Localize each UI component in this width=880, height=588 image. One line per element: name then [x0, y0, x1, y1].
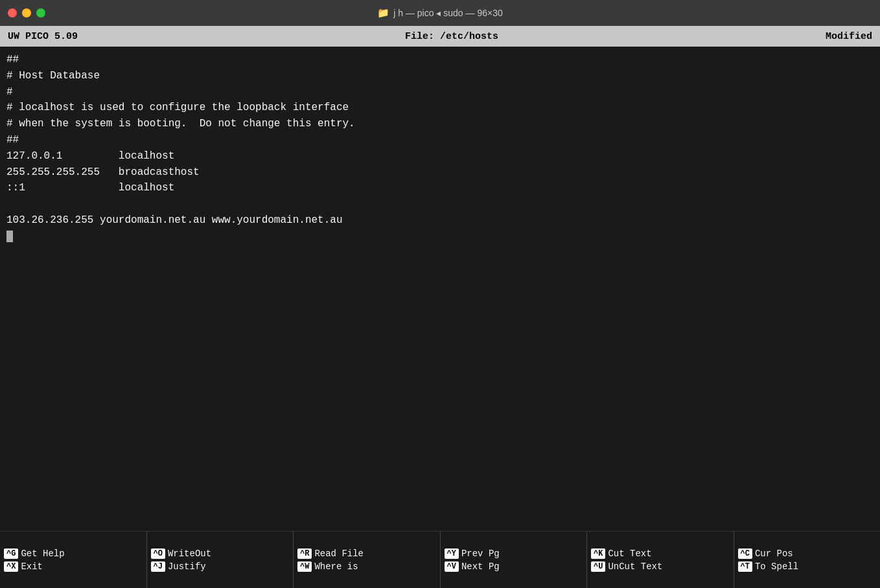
menu-label: Read File: [314, 548, 364, 559]
menu-label: Get Help: [21, 548, 64, 559]
menu-item-3-0[interactable]: ^YPrev Pg: [445, 548, 583, 559]
key-badge: ^Y: [445, 548, 459, 559]
key-badge: ^V: [445, 561, 459, 572]
folder-icon: 📁: [377, 7, 389, 18]
menu-label: WriteOut: [168, 548, 211, 559]
menu-item-0-1[interactable]: ^XExit: [4, 561, 143, 572]
menu-item-4-0[interactable]: ^KCut Text: [591, 548, 730, 559]
key-badge: ^O: [151, 548, 165, 559]
key-badge: ^G: [4, 548, 18, 559]
menu-section-3: ^YPrev Pg^VNext Pg: [440, 532, 587, 588]
menu-section-0: ^GGet Help^XExit: [0, 532, 146, 588]
titlebar-text: 📁j h — pico ◂ sudo — 96×30: [377, 7, 503, 19]
menu-label: Next Pg: [461, 561, 500, 572]
titlebar: 📁j h — pico ◂ sudo — 96×30: [0, 0, 880, 26]
menu-item-1-0[interactable]: ^OWriteOut: [151, 548, 290, 559]
key-badge: ^W: [297, 561, 312, 572]
text-cursor: [6, 231, 13, 242]
key-badge: ^X: [4, 561, 18, 572]
menu-item-5-0[interactable]: ^CCur Pos: [738, 548, 877, 559]
menu-label: Cur Pos: [755, 548, 793, 559]
menu-section-1: ^OWriteOut^JJustify: [146, 532, 294, 588]
menu-section-5: ^CCur Pos^TTo Spell: [734, 532, 881, 588]
menu-item-2-0[interactable]: ^RRead File: [297, 548, 436, 559]
minimize-button[interactable]: [22, 8, 31, 17]
key-badge: ^T: [738, 561, 752, 572]
menu-label: Cut Text: [608, 548, 651, 559]
statusbar: UW PICO 5.09 File: /etc/hosts Modified: [0, 26, 880, 47]
menu-item-1-1[interactable]: ^JJustify: [151, 561, 290, 572]
menu-label: Prev Pg: [461, 548, 500, 559]
titlebar-title: j h — pico ◂ sudo — 96×30: [393, 8, 503, 18]
window-controls[interactable]: [8, 8, 45, 17]
menu-label: Exit: [21, 561, 43, 572]
menu-label: UnCut Text: [608, 561, 662, 572]
key-badge: ^J: [151, 561, 165, 572]
statusbar-file: File: /etc/hosts: [405, 31, 498, 42]
menu-item-0-0[interactable]: ^GGet Help: [4, 548, 143, 559]
menu-item-4-1[interactable]: ^UUnCut Text: [591, 561, 730, 572]
editor-area[interactable]: ## # Host Database # # localhost is used…: [0, 47, 880, 531]
menu-section-2: ^RRead File^WWhere is: [293, 532, 440, 588]
menu-item-2-1[interactable]: ^WWhere is: [297, 561, 436, 572]
maximize-button[interactable]: [36, 8, 45, 17]
statusbar-status: Modified: [826, 31, 872, 42]
key-badge: ^U: [591, 561, 605, 572]
key-badge: ^R: [297, 548, 312, 559]
menu-section-4: ^KCut Text^UUnCut Text: [586, 532, 734, 588]
menubar: ^GGet Help^XExit^OWriteOut^JJustify^RRea…: [0, 531, 880, 588]
menu-label: Justify: [168, 561, 206, 572]
menu-label: Where is: [314, 561, 358, 572]
close-button[interactable]: [8, 8, 17, 17]
key-badge: ^K: [591, 548, 605, 559]
menu-label: To Spell: [755, 561, 798, 572]
statusbar-app: UW PICO 5.09: [8, 31, 78, 42]
menu-item-5-1[interactable]: ^TTo Spell: [738, 561, 877, 572]
key-badge: ^C: [738, 548, 752, 559]
menu-item-3-1[interactable]: ^VNext Pg: [445, 561, 583, 572]
